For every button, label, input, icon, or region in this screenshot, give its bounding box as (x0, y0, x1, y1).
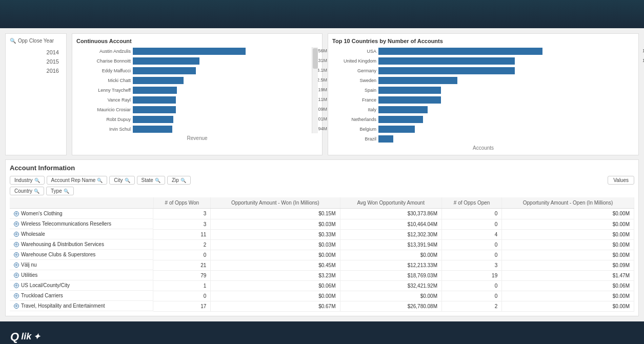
bar-label: Spain (332, 88, 378, 93)
bar-fill[interactable] (378, 57, 515, 65)
bar-fill[interactable] (133, 106, 176, 113)
bar-wrap: 161 (378, 135, 634, 143)
cell-amt-open: $0.00M (502, 219, 634, 229)
bar-fill[interactable] (378, 87, 441, 94)
col-header-avg-won: Avg Won Opportunity Amount (340, 197, 442, 209)
bar-fill[interactable] (378, 126, 414, 133)
row-icon: ⊕ (14, 303, 19, 309)
bar-value: 2.5M (317, 77, 327, 83)
row-icon: ⊕ (14, 262, 19, 268)
cell-opps-won: 2 (153, 239, 211, 250)
col-header-opps-open: # of Opps Open (442, 197, 502, 209)
filter-city[interactable]: City 🔍 (109, 176, 134, 185)
qlik-text: lik (21, 331, 31, 342)
filter-row-1: Industry 🔍 Account Rep Name 🔍 City 🔍 Sta… (10, 176, 634, 185)
cell-name: ⊕ Välj nu (10, 260, 153, 270)
bar-fill[interactable] (133, 116, 173, 123)
year-item-2016[interactable]: 2016 (10, 66, 62, 75)
bar-fill[interactable] (133, 96, 176, 104)
table-row[interactable]: ⊕ Travel, Hospitality and Entertainment … (10, 301, 634, 311)
bar-row: France 686 (332, 96, 634, 104)
filter-type[interactable]: Type 🔍 (46, 187, 74, 195)
cell-name: ⊕ Warehouse Clubs & Superstores (10, 250, 153, 260)
search-icon-city: 🔍 (125, 178, 130, 183)
bar-fill[interactable] (133, 57, 199, 65)
bar-label: United Kingdom (332, 58, 378, 64)
row-name: Travel, Hospitality and Entertainment (21, 303, 105, 309)
cell-name: ⊕ Warehousing & Distribution Services (10, 239, 153, 250)
filter-country[interactable]: Country 🔍 (10, 187, 44, 195)
year-item-2015[interactable]: 2015 (10, 57, 62, 66)
bar-row: Lenny Traycheff 2.19M (76, 86, 308, 94)
table-row[interactable]: ⊕ Warehousing & Distribution Services 2 … (10, 239, 634, 250)
cell-amt-won: $0.67M (211, 301, 340, 311)
table-row[interactable]: ⊕ Välj nu 21 $0.45M $12,213.33M 3 $0.09M (10, 260, 634, 270)
bar-label: Italy (332, 107, 378, 112)
row-icon: ⊕ (14, 232, 19, 237)
continuous-account-panel: Continuous Account Austin Andzulis 5.56M… (72, 33, 323, 155)
continuous-scrollbar[interactable] (312, 47, 318, 133)
bar-fill[interactable] (378, 48, 542, 55)
cell-name: ⊕ Wireless Telecommunications Resellers (10, 219, 153, 229)
bar-fill[interactable] (133, 77, 184, 84)
bar-row: Spain 689 (332, 86, 634, 94)
bar-row: Netherlands 484 (332, 115, 634, 124)
cell-name: ⊕ Wholesale (10, 229, 153, 239)
year-item-2014[interactable]: 2014 (10, 48, 62, 57)
cell-opps-won: 11 (153, 229, 211, 239)
cell-opps-open: 19 (442, 270, 502, 280)
bar-fill[interactable] (378, 77, 457, 84)
bar-fill[interactable] (378, 96, 441, 104)
cell-avg-won: $32,421.92M (340, 280, 442, 291)
bar-fill[interactable] (133, 87, 177, 94)
row-name: Warehousing & Distribution Services (21, 241, 104, 247)
cell-opps-open: 4 (442, 229, 502, 239)
cell-name: ⊕ US Local/County/City (10, 280, 153, 291)
bar-fill[interactable] (378, 116, 422, 123)
bar-wrap: 1.81k (378, 48, 634, 55)
table-row[interactable]: ⊕ Warehouse Clubs & Superstores 0 $0.00M… (10, 250, 634, 260)
table-header-row: # of Opps Won Opportunity Amount - Won (… (10, 197, 634, 209)
bar-fill[interactable] (378, 67, 515, 74)
cell-avg-won: $10,464.04M (340, 219, 442, 229)
table-row[interactable]: ⊕ Women's Clothing 3 $0.15M $30,373.86M … (10, 209, 634, 219)
footer: Q lik ✦ (0, 321, 644, 345)
bar-wrap: 484 (378, 116, 634, 123)
table-row[interactable]: ⊕ Truckload Carriers 0 $0.00M $0.00M 0 $… (10, 291, 634, 301)
top-bar (0, 0, 644, 28)
row-name: Utilities (21, 272, 37, 278)
table-row[interactable]: ⊕ Utilities 79 $3.23M $18,769.03M 19 $1.… (10, 270, 634, 280)
table-row[interactable]: ⊕ Wholesale 11 $0.33M $12,302.30M 4 $0.0… (10, 229, 634, 239)
cell-amt-won: $0.00M (211, 291, 340, 301)
bar-fill[interactable] (378, 106, 428, 113)
scrollbar-thumb[interactable] (313, 48, 318, 69)
bar-wrap: 3.1M (133, 67, 308, 74)
cell-avg-won: $13,391.94M (340, 239, 442, 250)
cell-amt-open: $1.47M (502, 270, 634, 280)
row-name: Women's Clothing (21, 211, 63, 216)
cell-amt-won: $0.15M (211, 209, 340, 219)
cell-amt-open: $0.00M (502, 239, 634, 250)
cell-avg-won: $12,213.33M (340, 260, 442, 270)
bar-row: Germany 1.5k (332, 67, 634, 75)
filter-industry[interactable]: Industry 🔍 (10, 176, 45, 185)
continuous-axis-label: Revenue (76, 135, 318, 141)
bar-fill[interactable] (378, 135, 393, 143)
table-row[interactable]: ⊕ Wireless Telecommunications Resellers … (10, 219, 634, 229)
bar-fill[interactable] (133, 126, 172, 133)
bar-fill[interactable] (133, 48, 246, 55)
charts-row: 🔍 Opp Close Year 201420152016 Continuous… (5, 33, 639, 155)
row-icon: ⊕ (14, 252, 19, 257)
bar-label: Mauricio Crosiar (76, 107, 133, 112)
cell-avg-won: $0.00M (340, 291, 442, 301)
col-header-name (10, 197, 153, 209)
filter-zip[interactable]: Zip 🔍 (167, 176, 191, 185)
bar-fill[interactable] (133, 67, 196, 74)
row-name: US Local/County/City (21, 282, 70, 288)
filter-account-rep-name[interactable]: Account Rep Name 🔍 (47, 176, 108, 185)
search-icon-type: 🔍 (64, 189, 69, 194)
bar-row: Eddy Maffucci 3.1M (76, 67, 308, 75)
table-row[interactable]: ⊕ US Local/County/City 1 $0.06M $32,421.… (10, 280, 634, 291)
values-button[interactable]: Values (608, 176, 634, 185)
filter-state[interactable]: State 🔍 (137, 176, 165, 185)
